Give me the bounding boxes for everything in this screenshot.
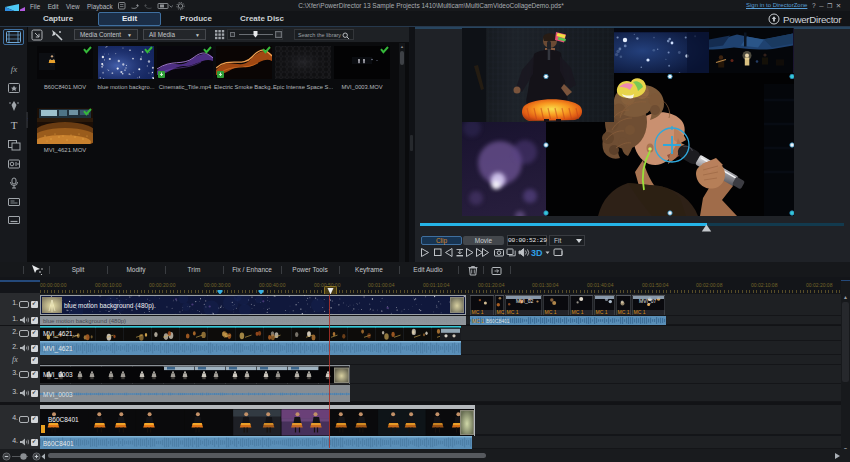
svg-text:MC 1: MC 1 [545, 309, 557, 315]
svg-text:MVI_02: MVI_02 [516, 298, 533, 304]
svg-text:blue motion background (480p).: blue motion background (480p). [64, 302, 156, 310]
svg-text:MVI_4621: MVI_4621 [43, 345, 73, 353]
svg-text:MVI_0003: MVI_0003 [43, 391, 73, 399]
svg-text:B60C8401: B60C8401 [48, 416, 79, 423]
svg-text:MVI_0003: MVI_0003 [43, 371, 73, 379]
svg-text:MC 1: MC 1 [618, 309, 630, 315]
svg-text:B60C8401: B60C8401 [43, 440, 74, 447]
svg-text:blue motion background (480p): blue motion background (480p) [43, 318, 126, 324]
svg-text:MC 1: MC 1 [472, 309, 484, 315]
svg-text:T: T [11, 119, 18, 131]
svg-text:B60C8401: B60C8401 [486, 318, 510, 324]
svg-text:MC 1: MC 1 [572, 309, 584, 315]
svg-text:MC 1: MC 1 [472, 318, 484, 324]
svg-text:MVI_07: MVI_07 [639, 298, 656, 304]
svg-text:3D: 3D [531, 248, 543, 258]
svg-text:MC 1: MC 1 [634, 309, 646, 315]
svg-text:fx: fx [11, 64, 18, 74]
svg-text:MC 1: MC 1 [596, 309, 608, 315]
svg-text:MVI_4621...: MVI_4621... [43, 330, 78, 338]
svg-text:MC 1: MC 1 [507, 309, 519, 315]
